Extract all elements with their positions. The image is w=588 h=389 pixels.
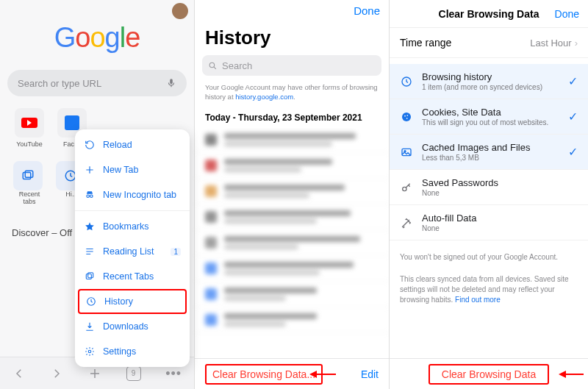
time-range-value: Last Hour: [530, 38, 571, 49]
menu-new-tab[interactable]: New Tab: [75, 157, 190, 182]
history-item[interactable]: [195, 179, 389, 204]
history-date-header: Today - Thursday, 23 September 2021: [205, 113, 389, 123]
clear-browsing-data-button[interactable]: Clear Browsing Data...: [205, 364, 323, 385]
tab-switcher[interactable]: 9: [126, 366, 141, 381]
option-cookies[interactable]: Cookies, Site DataThis will sign you out…: [390, 99, 588, 135]
history-toolbar: Clear Browsing Data... Edit: [195, 358, 389, 389]
time-range-row[interactable]: Time range Last Hour ›: [390, 28, 588, 58]
menu-recent-tabs[interactable]: Recent Tabs: [75, 264, 190, 289]
logo-letter: G: [54, 22, 76, 53]
svg-rect-1: [25, 171, 33, 177]
menu-reading-list[interactable]: Reading List 1: [75, 239, 190, 264]
menu-new-incognito[interactable]: New Incognito tab: [75, 182, 190, 207]
annotation-arrow-icon: [559, 368, 584, 380]
menu-bookmarks[interactable]: Bookmarks: [75, 214, 190, 239]
option-title: Cached Images and Files: [422, 142, 559, 153]
overflow-menu: Reload New Tab New Incognito tab Bookmar…: [75, 129, 190, 367]
svg-rect-0: [23, 173, 31, 179]
youtube-icon: [21, 118, 37, 128]
back-button[interactable]: [12, 367, 26, 380]
gear-icon: [84, 346, 96, 357]
svg-point-16: [406, 118, 408, 119]
time-range-label: Time range: [400, 37, 451, 49]
logo-letter: e: [125, 22, 140, 53]
history-item[interactable]: [195, 204, 389, 230]
history-item[interactable]: [195, 256, 389, 282]
history-panel: Done History Search Your Google Account …: [195, 0, 390, 389]
recent-tabs-label: Recent tabs: [13, 190, 46, 205]
option-browsing-history[interactable]: Browsing history1 item (and more on sync…: [390, 64, 588, 99]
mic-icon[interactable]: [166, 78, 176, 88]
key-icon: [400, 181, 413, 194]
sync-note: This clears synced data from all devices…: [400, 274, 578, 305]
star-icon: [84, 221, 96, 232]
signout-note: You won't be signed out of your Google A…: [400, 252, 578, 263]
forward-button[interactable]: [50, 367, 63, 380]
image-icon: [400, 146, 413, 159]
history-item[interactable]: [195, 153, 389, 179]
history-info-link[interactable]: history.google.com: [235, 93, 293, 101]
menu-label: New Incognito tab: [103, 190, 176, 200]
option-sub: 1 item (and more on synced devices): [422, 83, 559, 91]
history-item[interactable]: [195, 127, 389, 153]
clear-data-title: Clear Browsing Data: [439, 8, 539, 20]
menu-label: Reload: [103, 140, 132, 150]
annotation-arrow-icon: [309, 368, 336, 380]
option-sub: Less than 5,3 MB: [422, 154, 559, 162]
recent-tabs-icon: [84, 271, 96, 282]
option-title: Auto-fill Data: [422, 213, 578, 224]
recent-tabs-tile[interactable]: [13, 161, 43, 190]
chrome-home-panel: Google Search or type URL YouTube Fac…: [0, 0, 195, 389]
overflow-button[interactable]: •••: [165, 367, 182, 380]
option-sub: None: [422, 189, 578, 197]
menu-label: New Tab: [103, 165, 138, 175]
profile-avatar[interactable]: [172, 3, 188, 19]
menu-label: Downloads: [103, 321, 148, 332]
facebook-icon: [65, 115, 79, 130]
menu-label: History: [104, 296, 133, 307]
svg-point-9: [209, 63, 215, 68]
svg-point-3: [87, 195, 90, 198]
menu-label: Reading List: [103, 246, 154, 257]
history-list: [195, 127, 389, 333]
edit-button[interactable]: Edit: [361, 368, 379, 380]
menu-downloads[interactable]: Downloads: [75, 314, 190, 339]
find-out-more-link[interactable]: Find out more: [455, 296, 501, 304]
history-item[interactable]: [195, 307, 389, 333]
menu-settings[interactable]: Settings: [75, 339, 190, 364]
clear-data-header: Clear Browsing Data Done: [390, 0, 588, 28]
incognito-icon: [84, 189, 96, 201]
cookie-icon: [400, 110, 413, 124]
option-autofill[interactable]: Auto-fill DataNone: [390, 205, 588, 240]
option-sub: This will sign you out of most websites.: [422, 118, 559, 126]
svg-rect-5: [86, 274, 91, 279]
done-button[interactable]: Done: [354, 4, 380, 17]
menu-label: Settings: [103, 346, 136, 357]
search-icon: [208, 61, 218, 71]
clear-browsing-data-button[interactable]: Clear Browsing Data: [429, 364, 549, 385]
history-title: History: [205, 26, 389, 49]
new-tab-button[interactable]: [88, 367, 101, 380]
history-item[interactable]: [195, 282, 389, 307]
omnibox[interactable]: Search or type URL: [7, 70, 187, 96]
history-search[interactable]: Search: [202, 55, 381, 76]
autofill-icon: [400, 216, 413, 229]
download-icon: [84, 321, 96, 332]
option-passwords[interactable]: Saved PasswordsNone: [390, 170, 588, 205]
clear-options-list: Browsing history1 item (and more on sync…: [390, 64, 588, 240]
google-logo: Google: [0, 22, 194, 54]
menu-reload[interactable]: Reload: [75, 132, 190, 157]
option-title: Cookies, Site Data: [422, 107, 559, 118]
svg-point-19: [403, 187, 406, 190]
history-info: Your Google Account may have other forms…: [205, 83, 380, 102]
shortcut-youtube[interactable]: YouTube: [13, 108, 46, 148]
reading-list-badge: 1: [171, 248, 181, 256]
done-button[interactable]: Done: [555, 8, 579, 20]
option-cached[interactable]: Cached Images and FilesLess than 5,3 MB …: [390, 135, 588, 170]
menu-history[interactable]: History: [78, 289, 187, 314]
svg-marker-21: [559, 371, 566, 378]
omnibox-placeholder: Search or type URL: [18, 78, 101, 89]
history-item[interactable]: [195, 230, 389, 256]
reload-icon: [84, 139, 96, 151]
history-icon: [400, 75, 413, 88]
